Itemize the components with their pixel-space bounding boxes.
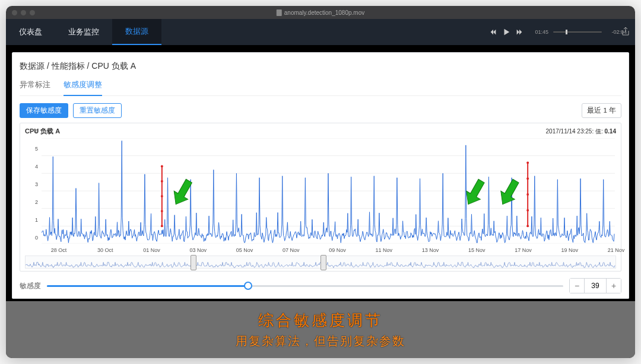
svg-point-16 — [526, 193, 529, 196]
app-nav: 仪表盘 业务监控 数据源 — [6, 19, 481, 45]
subtabs: 异常标注 敏感度调整 — [20, 78, 621, 96]
svg-point-14 — [526, 162, 529, 164]
file-icon — [277, 9, 282, 16]
stepper-plus[interactable]: + — [607, 279, 621, 293]
hover-value: 0.14 — [605, 128, 616, 135]
nav-biz-monitor[interactable]: 业务监控 — [55, 19, 112, 45]
chart-hover-readout: 2017/11/14 23:25: 值: 0.14 — [546, 127, 616, 136]
svg-point-8 — [161, 165, 163, 167]
svg-point-18 — [526, 225, 529, 227]
y-axis: 0123456 — [25, 137, 39, 244]
traffic-lights[interactable] — [12, 10, 35, 15]
minimize-icon[interactable] — [21, 10, 26, 15]
window-filename: anomaly.detection_1080p.mov — [284, 9, 364, 16]
svg-point-10 — [161, 195, 163, 197]
share-icon[interactable] — [622, 27, 629, 37]
svg-point-9 — [161, 180, 163, 183]
caption-line2: 用复杂算法，但告别复杂参数 — [236, 333, 405, 349]
svg-point-15 — [526, 177, 529, 180]
svg-point-17 — [526, 209, 529, 212]
reset-button[interactable]: 重置敏感度 — [73, 103, 122, 118]
chart-body[interactable]: 0123456 28 Oct30 Oct01 Nov03 Nov05 Nov07… — [25, 137, 616, 253]
svg-point-12 — [161, 225, 163, 227]
tab-anomaly-label[interactable]: 异常标注 — [20, 78, 50, 95]
content-card: 数据源 / 性能指标 / CPU 负载 A 异常标注 敏感度调整 保存敏感度 重… — [12, 52, 629, 280]
player-window: anomaly.detection_1080p.mov 仪表盘 业务监控 数据源… — [6, 6, 635, 358]
nav-data-source[interactable]: 数据源 — [112, 19, 161, 45]
hover-value-label: 值 — [595, 128, 601, 135]
play-icon[interactable] — [502, 28, 510, 36]
rewind-icon[interactable] — [489, 28, 497, 36]
caption-overlay: 综合敏感度调节 用复杂算法，但告别复杂参数 — [6, 301, 635, 358]
chart-panel: CPU 负载 A 2017/11/14 23:25: 值: 0.14 01234… — [20, 123, 621, 272]
time-elapsed: 01:45 — [528, 29, 548, 35]
sensitivity-stepper: − + — [569, 278, 621, 293]
sensitivity-value[interactable] — [584, 279, 607, 293]
overview-strip[interactable] — [25, 256, 616, 269]
tab-sensitivity[interactable]: 敏感度调整 — [64, 78, 102, 96]
x-axis: 28 Oct30 Oct01 Nov03 Nov05 Nov07 Nov09 N… — [42, 245, 615, 253]
svg-point-11 — [161, 210, 163, 212]
stepper-minus[interactable]: − — [570, 279, 584, 293]
close-icon[interactable] — [12, 10, 17, 15]
overview-handle-left[interactable] — [191, 255, 196, 270]
sensitivity-label: 敏感度 — [20, 281, 41, 291]
video-controls: 01:45 -02:04 — [481, 19, 635, 45]
hover-time: 2017/11/14 23:25 — [546, 128, 592, 135]
sensitivity-slider[interactable] — [47, 281, 563, 290]
plot-area[interactable] — [42, 138, 615, 244]
save-button[interactable]: 保存敏感度 — [20, 103, 68, 118]
forward-icon[interactable] — [515, 28, 523, 36]
overview-handle-right[interactable] — [320, 255, 326, 270]
sensitivity-row: 敏感度 − + — [12, 273, 629, 299]
video-scrubber[interactable] — [553, 31, 602, 33]
breadcrumb: 数据源 / 性能指标 / CPU 负载 A — [20, 59, 621, 78]
zoom-icon[interactable] — [30, 10, 35, 15]
toolbar: 保存敏感度 重置敏感度 最近 1 年 — [20, 96, 621, 123]
caption-line1: 综合敏感度调节 — [258, 310, 383, 331]
nav-dashboard[interactable]: 仪表盘 — [6, 19, 55, 45]
mac-titlebar: anomaly.detection_1080p.mov — [6, 6, 635, 19]
time-range-select[interactable]: 最近 1 年 — [582, 103, 621, 118]
video-surface: 仪表盘 业务监控 数据源 01:45 -02:04 数据源 / 性能指标 / — [6, 19, 635, 358]
